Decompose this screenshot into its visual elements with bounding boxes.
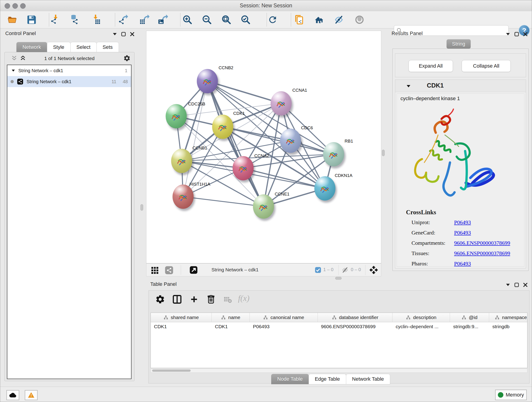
pan-crosshair-icon[interactable] [369, 265, 378, 274]
duplicate-style-icon[interactable] [294, 14, 305, 26]
delete-table-icon[interactable] [223, 295, 232, 304]
network-options-gear-icon[interactable] [123, 55, 131, 62]
column-header-namespace[interactable]: namespace [489, 313, 527, 322]
zoom-fit-icon[interactable] [221, 14, 232, 26]
network-row-selected[interactable]: String Network – cdk1 11 48 [7, 76, 131, 87]
close-panel-icon[interactable] [523, 282, 528, 288]
table-horizontal-scrollbar[interactable] [151, 369, 527, 373]
network-node-ccna1[interactable] [271, 91, 292, 115]
tab-network-table[interactable]: Network Table [346, 374, 390, 384]
protein-ribbon-icon [201, 76, 213, 88]
column-header-shared-name[interactable]: shared name [151, 313, 212, 322]
tab-string[interactable]: String [447, 39, 471, 49]
network-node-ccnb1[interactable] [171, 149, 192, 173]
network-node-cdc6[interactable] [280, 128, 301, 153]
results-entry-header[interactable]: CDK1 [395, 80, 526, 92]
warnings-button[interactable] [25, 390, 38, 400]
bottom-splitter-handle[interactable] [335, 277, 342, 280]
export-network-icon[interactable] [118, 14, 129, 26]
hide-selected-icon[interactable] [333, 14, 345, 26]
table-row[interactable]: CDK1CDK1P064939606.ENSP00000378699cyclin… [151, 322, 527, 332]
tab-sets[interactable]: Sets [97, 42, 119, 52]
column-label: name [228, 315, 240, 320]
collapse-panel-icon[interactable] [505, 282, 511, 288]
crosslink-link[interactable]: P06493 [454, 261, 471, 267]
column-header-database-identifier[interactable]: database identifier [318, 313, 393, 322]
tab-node-table[interactable]: Node Table [271, 374, 309, 384]
close-panel-icon[interactable] [523, 32, 528, 37]
show-columns-icon[interactable] [172, 294, 182, 304]
expand-all-button[interactable]: Expand All [409, 60, 453, 72]
tab-style[interactable]: Style [47, 42, 70, 52]
refresh-icon[interactable] [267, 14, 278, 26]
close-panel-icon[interactable] [129, 32, 135, 37]
network-node-rb1[interactable] [323, 142, 344, 166]
results-entry-content: cyclin–dependent kinase 1 [397, 94, 525, 267]
collapse-panel-icon[interactable] [505, 32, 511, 37]
right-splitter-handle[interactable] [382, 150, 385, 156]
crosslink-link[interactable]: P06493 [454, 219, 471, 225]
tab-network[interactable]: Network [16, 42, 47, 52]
table-options-gear-icon[interactable] [155, 294, 165, 304]
tab-select[interactable]: Select [70, 42, 97, 52]
network-node-cdk1[interactable] [212, 115, 233, 139]
export-table-icon[interactable] [139, 14, 150, 26]
protein-ribbon-icon [275, 98, 287, 110]
column-header-description[interactable]: description [393, 313, 450, 322]
crosslink-link[interactable]: 9606.ENSP00000378699 [454, 240, 510, 246]
open-session-icon[interactable] [6, 14, 18, 26]
network-node-ccnb2[interactable] [197, 69, 218, 93]
tab-edge-table[interactable]: Edge Table [309, 374, 346, 384]
network-collection-row[interactable]: String Network – cdk1 1 [7, 65, 131, 76]
hidden-eye-icon[interactable] [342, 267, 348, 274]
show-selected-icon[interactable] [354, 14, 365, 26]
collapse-all-button[interactable]: Collapse All [462, 60, 511, 72]
show-grid-icon[interactable] [150, 266, 159, 274]
column-header-canonical-name[interactable]: canonical name [250, 313, 318, 322]
column-header--id[interactable]: @id [450, 313, 489, 322]
import-network-database-icon[interactable] [68, 14, 80, 26]
import-table-file-icon[interactable] [90, 14, 101, 26]
crosslink-link[interactable]: 9606.ENSP00000378699 [454, 250, 510, 256]
crosslinks-heading: CrossLinks [406, 209, 436, 216]
zoom-in-icon[interactable] [182, 14, 193, 26]
crosslink-label: Uniprot: [412, 219, 454, 225]
network-node-ccne1[interactable] [253, 194, 274, 219]
float-panel-icon[interactable] [514, 32, 519, 37]
float-panel-icon[interactable] [514, 282, 519, 288]
network-view-canvas[interactable]: CCNB2CCNA1CDC25BCDK1CDC6RB1CCNB1CCNA2CDK… [146, 31, 381, 263]
network-node-cdkn1a[interactable] [314, 176, 336, 201]
left-splitter-handle[interactable] [140, 204, 143, 211]
crosslink-row: Uniprot:P06493 [412, 219, 522, 225]
network-overview-icon[interactable] [165, 266, 173, 274]
network-panel-box: 1 of 1 Network selected String Network –… [4, 52, 134, 381]
import-network-file-icon[interactable] [50, 14, 61, 26]
network-node-ccna2[interactable] [233, 156, 254, 180]
export-image-icon[interactable] [157, 14, 169, 26]
crosslink-row: Tissues:9606.ENSP00000378699 [412, 250, 522, 256]
create-column-icon[interactable] [189, 294, 199, 304]
save-session-icon[interactable] [26, 14, 37, 26]
network-node-hist1h1a[interactable] [172, 185, 194, 209]
memory-label: Memory [506, 392, 524, 398]
collection-expand-icon[interactable] [11, 68, 16, 73]
column-tree-icon [263, 315, 268, 320]
entry-collapse-icon[interactable] [406, 83, 411, 89]
float-panel-icon[interactable] [121, 32, 126, 37]
selected-checkbox-icon[interactable] [315, 267, 321, 273]
scrollbar-thumb[interactable] [152, 370, 191, 372]
detach-view-icon[interactable] [190, 266, 198, 274]
zoom-out-icon[interactable] [201, 14, 213, 26]
crosslink-row: Compartments:9606.ENSP00000378699 [412, 240, 522, 246]
network-node-cdc25b[interactable] [166, 104, 187, 128]
crosslink-link[interactable]: P06493 [454, 230, 471, 236]
collapse-panel-icon[interactable] [112, 32, 118, 37]
warning-icon [28, 392, 35, 399]
memory-button[interactable]: Memory [495, 390, 527, 400]
delete-column-icon[interactable] [206, 294, 216, 304]
zoom-selected-icon[interactable] [240, 14, 251, 26]
function-builder-icon[interactable]: f(x) [238, 293, 249, 303]
show-all-networks-icon[interactable] [313, 14, 325, 26]
cloud-status-button[interactable] [6, 390, 19, 400]
column-header-name[interactable]: name [212, 313, 250, 322]
